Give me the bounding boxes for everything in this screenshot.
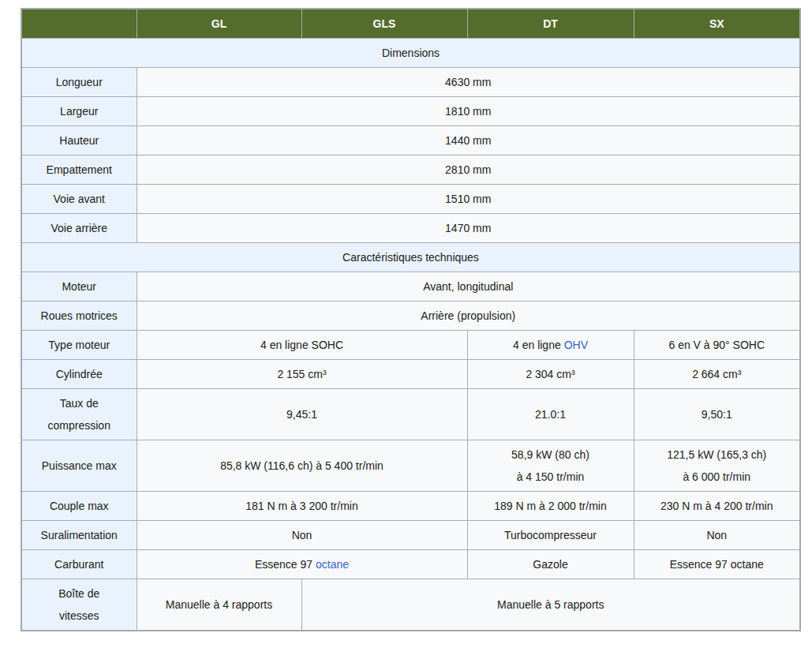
cell-text: 230 N m à 4 200 tr/min: [660, 500, 773, 512]
column-header-empty: [21, 9, 137, 39]
cell-text: Essence 97 octane: [670, 558, 764, 571]
cell-text: 2 304 cm³: [526, 368, 574, 380]
value-cell: Non: [634, 521, 800, 550]
cell-text: 4 en ligne: [513, 339, 564, 351]
value-cell: 1510 mm: [137, 185, 800, 214]
cell-text: Turbocompresseur: [504, 529, 597, 541]
row-label: Longueur: [21, 68, 137, 97]
value-cell: 2 304 cm³: [467, 360, 634, 389]
row-label: Empattement: [21, 155, 137, 185]
value-cell: 6 en V à 90° SOHC: [634, 331, 800, 360]
table-row: Roues motricesArrière (propulsion): [21, 302, 800, 331]
table-row: Taux de compression9,45:121.0:19,50:1: [21, 389, 800, 440]
value-cell: Arrière (propulsion): [137, 302, 800, 331]
table-row: CarburantEssence 97 octaneGazoleEssence …: [21, 550, 800, 579]
value-cell: Avant, longitudinal: [137, 272, 800, 302]
value-cell: Non: [137, 521, 467, 550]
cell-text: 2 664 cm³: [692, 368, 741, 380]
row-label: Puissance max: [21, 440, 137, 492]
table-row: SuralimentationNonTurbocompresseurNon: [21, 521, 800, 550]
cell-text: Arrière (propulsion): [421, 309, 515, 322]
column-header-gl: GL: [137, 9, 301, 39]
table-row: Cylindrée2 155 cm³2 304 cm³2 664 cm³: [21, 360, 800, 389]
cell-text: 1510 mm: [445, 193, 491, 205]
cell-text: 1470 mm: [445, 222, 491, 234]
cell-text: 9,45:1: [286, 408, 317, 421]
value-cell: 85,8 kW (116,6 ch) à 5 400 tr/min: [137, 440, 467, 492]
table-row: Longueur4630 mm: [21, 68, 800, 97]
cell-text: 4630 mm: [445, 76, 491, 88]
cell-text: 121,5 kW (165,3 ch) à 6 000 tr/min: [667, 448, 766, 483]
table-row: Boîte de vitessesManuelle à 4 rapportsMa…: [21, 579, 800, 631]
value-cell: 2810 mm: [137, 155, 800, 185]
cell-text: Non: [706, 529, 727, 541]
row-label: Voie avant: [21, 185, 137, 214]
cell-text: Avant, longitudinal: [423, 280, 513, 293]
cell-text: 85,8 kW (116,6 ch) à 5 400 tr/min: [220, 459, 384, 472]
table-row: Type moteur4 en ligne SOHC4 en ligne OHV…: [21, 331, 800, 360]
section-row: Caractéristiques techniques: [21, 243, 800, 272]
cell-text: 6 en V à 90° SOHC: [668, 339, 765, 351]
cell-text: 9,50:1: [702, 408, 732, 421]
value-cell: 1810 mm: [137, 97, 800, 126]
link-ohv[interactable]: OHV: [564, 339, 588, 351]
table-row: MoteurAvant, longitudinal: [21, 272, 800, 302]
column-header-sx: SX: [634, 9, 800, 39]
value-cell: 181 N m à 3 200 tr/min: [137, 492, 467, 521]
row-label: Moteur: [21, 272, 137, 302]
cell-text: Non: [292, 529, 312, 541]
value-cell: 230 N m à 4 200 tr/min: [634, 492, 800, 521]
cell-text: 1810 mm: [445, 105, 491, 118]
cell-text: 2810 mm: [445, 163, 491, 176]
value-cell: Gazole: [467, 550, 634, 579]
value-cell: 4 en ligne SOHC: [137, 331, 467, 360]
cell-text: Gazole: [533, 558, 567, 571]
value-cell: Manuelle à 5 rapports: [301, 579, 800, 631]
table-row: Hauteur1440 mm: [21, 126, 800, 155]
row-label: Carburant: [21, 550, 137, 579]
value-cell: 21.0:1: [467, 389, 634, 440]
table-row: Voie arrière1470 mm: [21, 214, 800, 243]
row-label: Suralimentation: [21, 521, 137, 550]
section-header: Caractéristiques techniques: [21, 243, 800, 272]
value-cell: 9,50:1: [634, 389, 800, 440]
cell-text: Manuelle à 5 rapports: [497, 598, 604, 611]
value-cell: 9,45:1: [137, 389, 467, 440]
row-label: Voie arrière: [21, 214, 137, 243]
cell-text: 2 155 cm³: [277, 368, 326, 380]
row-label: Cylindrée: [21, 360, 137, 389]
value-cell: Manuelle à 4 rapports: [137, 579, 301, 631]
row-label: Taux de compression: [21, 389, 137, 440]
row-label: Roues motrices: [21, 302, 137, 331]
cell-text: 181 N m à 3 200 tr/min: [245, 500, 357, 512]
spec-table: GLGLSDTSX DimensionsLongueur4630 mmLarge…: [21, 8, 801, 631]
value-cell: 121,5 kW (165,3 ch) à 6 000 tr/min: [634, 440, 800, 492]
value-cell: 1440 mm: [137, 126, 800, 155]
value-cell: 2 155 cm³: [137, 360, 467, 389]
table-header-row: GLGLSDTSX: [21, 9, 800, 39]
row-label: Boîte de vitesses: [21, 579, 137, 631]
cell-text: 4 en ligne SOHC: [260, 339, 343, 351]
column-header-gls: GLS: [301, 9, 467, 39]
value-cell: 1470 mm: [137, 214, 800, 243]
row-label: Largeur: [21, 97, 137, 126]
value-cell: Essence 97 octane: [137, 550, 467, 579]
table-row: Couple max181 N m à 3 200 tr/min189 N m …: [21, 492, 800, 521]
link-octane[interactable]: octane: [316, 558, 349, 571]
section-header: Dimensions: [21, 39, 800, 68]
table-row: Largeur1810 mm: [21, 97, 800, 126]
value-cell: Turbocompresseur: [467, 521, 634, 550]
cell-text: 21.0:1: [535, 408, 566, 421]
row-label: Type moteur: [21, 331, 137, 360]
cell-text: Essence 97: [255, 558, 316, 571]
value-cell: Essence 97 octane: [634, 550, 800, 579]
cell-text: 58,9 kW (80 ch) à 4 150 tr/min: [511, 448, 589, 483]
row-label: Hauteur: [21, 126, 137, 155]
value-cell: 58,9 kW (80 ch) à 4 150 tr/min: [467, 440, 634, 492]
cell-text: 1440 mm: [445, 134, 491, 147]
cell-text: 189 N m à 2 000 tr/min: [494, 500, 606, 512]
value-cell: 2 664 cm³: [634, 360, 800, 389]
table-row: Empattement2810 mm: [21, 155, 800, 185]
table-body: DimensionsLongueur4630 mmLargeur1810 mmH…: [21, 39, 800, 631]
value-cell: 4630 mm: [137, 68, 800, 97]
